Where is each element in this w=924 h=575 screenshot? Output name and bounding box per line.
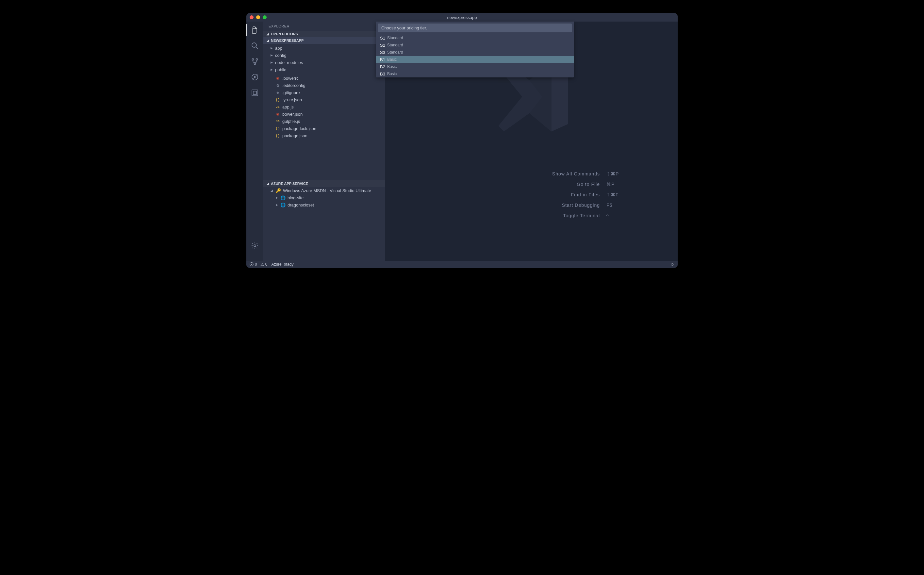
- folder-label: config: [275, 53, 287, 58]
- json-icon: { }: [275, 133, 280, 138]
- quickpick-item[interactable]: S2Standard: [376, 41, 574, 49]
- debug-icon[interactable]: [250, 73, 259, 82]
- folder-item[interactable]: ▶config: [264, 52, 385, 59]
- welcome-key: ⇧⌘P: [606, 171, 623, 176]
- pricing-code: B2: [380, 64, 385, 69]
- file-item[interactable]: ◆.gitignore: [264, 89, 385, 96]
- vscode-window: newexpressapp: [246, 13, 678, 268]
- azure-subscription[interactable]: ◢ 🔑 Windows Azure MSDN - Visual Studio U…: [264, 187, 385, 194]
- quickpick-input[interactable]: Choose your pricing tier.: [378, 24, 572, 32]
- quickpick-item[interactable]: B2Basic: [376, 63, 574, 70]
- pricing-tier: Standard: [387, 43, 403, 48]
- folder-label: node_modules: [275, 60, 303, 65]
- file-label: .yo-rc.json: [282, 97, 302, 102]
- file-label: app.js: [282, 105, 294, 110]
- folder-item[interactable]: ▶app: [264, 44, 385, 52]
- file-label: bower.json: [282, 112, 303, 117]
- quickpick-item[interactable]: S3Standard: [376, 49, 574, 56]
- pricing-tier: Standard: [387, 36, 403, 40]
- chevron-right-icon: ▶: [270, 61, 273, 64]
- minimize-window-icon[interactable]: [256, 15, 260, 19]
- azure-app-item[interactable]: ▶🌐dragonscloset: [264, 201, 385, 208]
- pricing-code: S1: [380, 36, 385, 41]
- settings-gear-icon[interactable]: [250, 241, 259, 250]
- folder-label: public: [275, 67, 286, 72]
- file-item[interactable]: { }.yo-rc.json: [264, 96, 385, 103]
- azure-header-label: AZURE APP SERVICE: [271, 182, 308, 186]
- chevron-down-icon: ◢: [267, 32, 269, 36]
- chevron-right-icon: ▶: [276, 196, 278, 199]
- svg-point-3: [252, 59, 254, 60]
- activity-bar: [246, 22, 264, 261]
- welcome-shortcuts: Show All Commands⇧⌘PGo to File⌘PFind in …: [440, 168, 623, 221]
- warning-icon: ⚠: [260, 262, 264, 267]
- pricing-tier: Basic: [387, 64, 397, 69]
- welcome-row: Start DebuggingF5: [440, 200, 623, 210]
- open-editors-header[interactable]: ◢ OPEN EDITORS: [264, 31, 385, 37]
- statusbar: ⓧ 0 ⚠ 0 Azure: brady ☺: [246, 261, 678, 268]
- azure-header[interactable]: ◢ AZURE APP SERVICE: [264, 180, 385, 187]
- file-item[interactable]: JSgulpfile.js: [264, 118, 385, 125]
- file-item[interactable]: ◉.bowerrc: [264, 75, 385, 82]
- svg-point-10: [254, 245, 256, 247]
- key-icon: 🔑: [276, 188, 281, 193]
- error-icon: ⓧ: [249, 262, 254, 267]
- welcome-row: Go to File⌘P: [440, 179, 623, 189]
- explorer-icon[interactable]: [250, 25, 259, 35]
- chevron-right-icon: ▶: [276, 203, 278, 206]
- settings-icon-wrapper: [246, 241, 264, 250]
- close-window-icon[interactable]: [249, 15, 254, 19]
- bower-icon: ◉: [275, 112, 280, 116]
- json-icon: { }: [275, 126, 280, 130]
- status-left: ⓧ 0 ⚠ 0 Azure: brady: [249, 262, 294, 267]
- status-feedback[interactable]: ☺: [670, 262, 675, 267]
- file-item[interactable]: { }package.json: [264, 132, 385, 139]
- azure-app-label: blog-site: [287, 195, 303, 200]
- source-control-icon[interactable]: [250, 57, 259, 66]
- file-item[interactable]: ✿.editorconfig: [264, 82, 385, 89]
- open-editors-label: OPEN EDITORS: [271, 32, 298, 36]
- file-label: package.json: [282, 133, 308, 138]
- welcome-row: Find in Files⇧⌘F: [440, 189, 623, 200]
- quickpick-item[interactable]: B3Basic: [376, 70, 574, 78]
- globe-icon: 🌐: [280, 203, 286, 208]
- quickpick-item[interactable]: S1Standard: [376, 34, 574, 41]
- project-header[interactable]: ◢ NEWEXPRESSAPP: [264, 37, 385, 44]
- folder-item[interactable]: ▶public: [264, 66, 385, 73]
- pricing-code: S3: [380, 50, 385, 55]
- welcome-key: F5: [606, 203, 623, 208]
- window-title: newexpressapp: [246, 15, 678, 20]
- welcome-label: Show All Commands: [552, 171, 600, 176]
- status-problems[interactable]: ⓧ 0 ⚠ 0: [249, 262, 267, 267]
- js-icon: JS: [275, 105, 280, 108]
- chevron-down-icon: ◢: [267, 182, 269, 185]
- welcome-label: Find in Files: [571, 192, 600, 197]
- file-item[interactable]: ◉bower.json: [264, 110, 385, 118]
- error-count: 0: [255, 262, 257, 267]
- config-icon: ✿: [275, 83, 280, 87]
- git-icon: ◆: [275, 91, 280, 95]
- welcome-key: ⌘P: [606, 182, 623, 187]
- quickpick-item[interactable]: B1Basic: [376, 56, 574, 63]
- file-label: package-lock.json: [282, 126, 316, 131]
- search-icon[interactable]: [250, 41, 259, 50]
- pricing-code: B3: [380, 71, 385, 76]
- pricing-tier: Standard: [387, 50, 403, 54]
- folder-item[interactable]: ▶node_modules: [264, 59, 385, 66]
- azure-icon[interactable]: [250, 88, 259, 97]
- subscription-label: Windows Azure MSDN - Visual Studio Ultim…: [283, 188, 371, 193]
- file-item[interactable]: JSapp.js: [264, 103, 385, 110]
- json-icon: { }: [275, 98, 280, 102]
- svg-point-1: [252, 43, 257, 48]
- bower-icon: ◉: [275, 76, 280, 80]
- azure-app-item[interactable]: ▶🌐blog-site: [264, 194, 385, 201]
- svg-rect-0: [252, 29, 256, 33]
- welcome-row: Toggle Terminal^`: [440, 210, 623, 221]
- status-azure-label: Azure: brady: [271, 262, 294, 267]
- status-azure[interactable]: Azure: brady: [271, 262, 294, 267]
- maximize-window-icon[interactable]: [263, 15, 267, 19]
- file-item[interactable]: { }package-lock.json: [264, 125, 385, 132]
- window-controls: [249, 15, 267, 19]
- welcome-key: ^`: [606, 213, 623, 218]
- azure-app-label: dragonscloset: [287, 203, 314, 208]
